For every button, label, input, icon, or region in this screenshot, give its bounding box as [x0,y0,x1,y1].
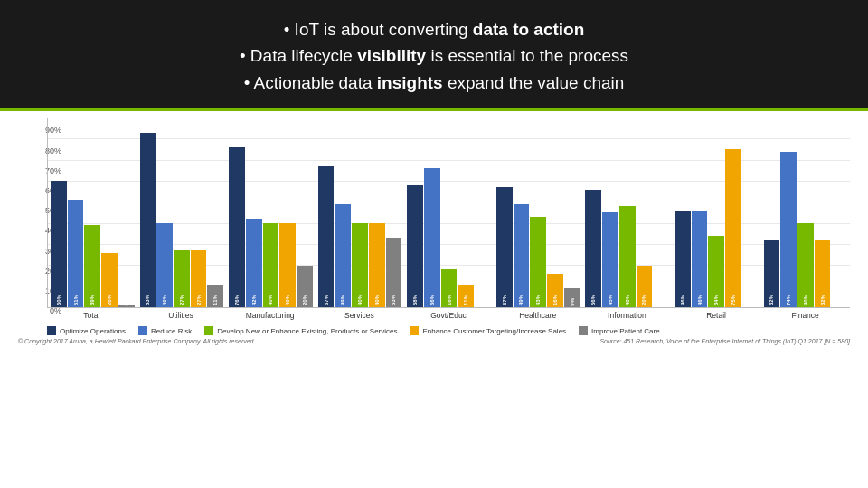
bar: 40% [797,223,814,307]
bar: 76% [229,147,245,307]
bar-value-label: 40% [357,295,363,305]
bar-inner: 51% [68,200,84,307]
bar-value-label: 45% [608,295,613,305]
bar-inner: 11% [207,285,223,308]
bar-inner: 9% [564,288,580,307]
legend-color-swatch [47,326,56,335]
bar: 40% [279,223,296,307]
source: Source: 451 Research, Voice of the Enter… [599,338,850,344]
bar-value-label: 1% [124,298,129,306]
bar: 51% [68,200,84,307]
x-axis-label: Healthcare [493,308,582,320]
bar-value-label: 75% [731,295,736,305]
bar-value-label: 46% [680,295,685,305]
bar: 16% [547,274,563,307]
legend-label: Improve Patient Care [591,327,660,335]
bar-value-label: 32% [820,295,826,305]
header-section: • IoT is about converting data to action… [0,0,868,111]
bar-group: 58%66%18%11% [404,168,494,307]
bar-inner: 46% [692,211,708,307]
bar: 20% [297,266,313,308]
bar: 39% [84,225,100,307]
bar-value-label: 49% [518,295,524,305]
bar-value-label: 48% [625,295,630,305]
bar-value-label: 42% [251,295,257,305]
legend: Optimize OperationsReduce RiskDevelop Ne… [0,322,868,335]
bar-group: 76%42%40%40%20% [226,147,316,307]
bar: 56% [585,190,601,308]
bar-inner: 40% [797,223,814,307]
bar-value-label: 67% [324,295,329,305]
bar: 33% [386,238,402,307]
bar: 74% [780,152,797,308]
bar-value-label: 39% [90,295,95,305]
copyright: © Copyright 2017 Aruba, a Hewlett Packar… [18,338,255,344]
bar-value-label: 40% [162,295,167,305]
legend-item: Improve Patient Care [579,326,660,335]
bar: 27% [191,250,207,307]
bar-value-label: 57% [502,295,507,305]
bar-value-label: 32% [769,295,774,305]
bar-inner: 66% [424,168,440,307]
bar: 75% [725,149,741,307]
bar-inner: 57% [496,187,513,307]
chart-area: 90%80%70%60%50%40%30%20%10%0% 60%51%39%2… [0,111,868,322]
bar-inner: 58% [407,185,423,307]
x-axis-label: Utilities [137,308,226,320]
bar: 60% [51,181,67,307]
bar-inner: 39% [84,225,100,307]
bar: 40% [369,223,385,307]
bar: 48% [619,206,636,307]
bar-value-label: 49% [340,295,345,305]
bar-inner: 75% [725,149,741,307]
bar-inner: 40% [156,223,173,307]
bar-inner: 27% [174,250,190,307]
bar-value-label: 60% [56,295,61,305]
bar-value-label: 20% [302,295,307,305]
bar: 18% [441,269,458,307]
bar-value-label: 46% [697,295,703,305]
bar-value-label: 18% [447,295,452,305]
bar-inner: 49% [514,204,530,307]
bar: 11% [207,285,223,308]
bar-inner: 74% [780,152,797,308]
x-axis-label: Finance [760,308,850,320]
x-axis-label: Services [315,308,404,320]
bar-value-label: 66% [429,295,435,305]
bar-inner: 33% [386,238,402,307]
bar-inner: 83% [140,133,156,308]
legend-color-swatch [579,326,588,335]
bar-group: 67%49%40%40%33% [316,166,405,307]
bar: 67% [318,166,335,307]
bar-value-label: 40% [285,295,290,305]
bar-inner: 49% [335,204,351,307]
x-labels: TotalUtilitiesManufacturingServicesGovt/… [47,308,850,320]
bar-inner: 1% [118,305,135,307]
bar-inner: 40% [263,223,279,307]
bar-inner: 11% [458,285,474,308]
bar-value-label: 27% [179,295,184,305]
bar-inner: 34% [708,236,724,307]
bar-group: 57%49%43%16%9% [494,187,583,307]
bar-inner: 76% [229,147,245,307]
bar: 11% [458,285,474,308]
x-axis-label: Manufacturing [225,308,315,320]
header-line1: • IoT is about converting data to action [18,16,850,42]
bar-inner: 32% [815,240,831,308]
bar-group: 32%74%40%32% [761,152,851,308]
bar-value-label: 26% [107,295,112,305]
bar-value-label: 83% [145,295,150,305]
bar-value-label: 33% [391,295,396,305]
x-axis-label: Govt/Educ [404,308,494,320]
legend-color-swatch [138,326,147,335]
bar: 20% [637,266,653,308]
legend-item: Enhance Customer Targeting/Increase Sale… [410,326,566,335]
bar-value-label: 11% [212,295,218,305]
bar-inner: 40% [279,223,296,307]
bar-value-label: 58% [412,295,418,305]
bar-inner: 26% [101,253,118,308]
legend-item: Optimize Operations [47,326,126,335]
bar: 43% [530,217,546,307]
header-line2: • Data lifecycle visibility is essential… [18,42,850,69]
bar: 40% [352,223,368,307]
